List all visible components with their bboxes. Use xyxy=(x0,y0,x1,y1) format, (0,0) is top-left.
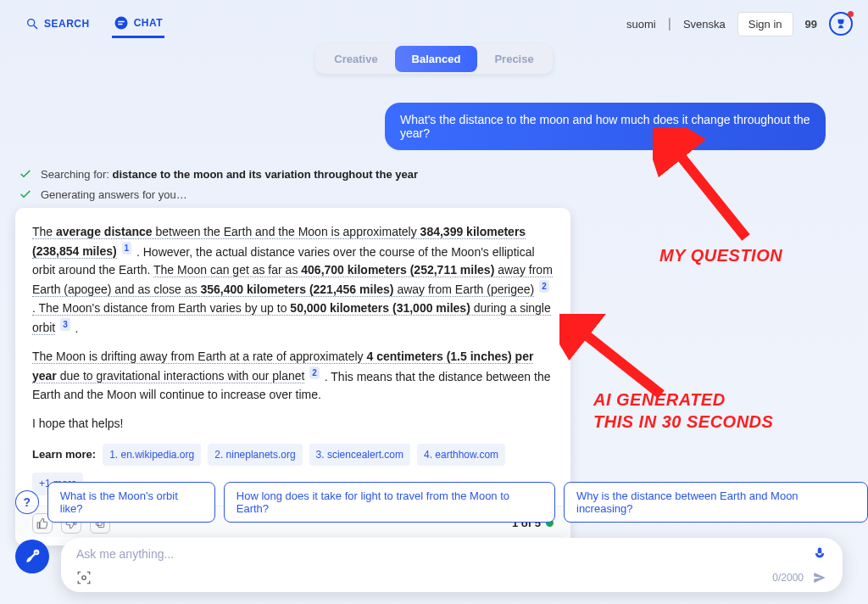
svg-point-9 xyxy=(82,576,86,580)
chat-icon xyxy=(114,15,129,31)
mode-balanced[interactable]: Balanced xyxy=(395,46,478,72)
search-icon xyxy=(25,17,39,31)
trophy-icon xyxy=(835,18,847,30)
svg-line-5 xyxy=(670,143,746,238)
tab-search-label: SEARCH xyxy=(44,18,90,30)
learn-more-label: Learn more: xyxy=(32,446,96,463)
lang-svenska[interactable]: Svenska xyxy=(683,18,726,31)
learn-link-1[interactable]: 1. en.wikipedia.org xyxy=(103,444,201,467)
mode-precise[interactable]: Precise xyxy=(477,46,550,72)
mic-icon[interactable] xyxy=(812,546,827,562)
rewards-button[interactable] xyxy=(829,12,853,36)
new-topic-button[interactable]: + xyxy=(15,540,49,573)
suggestion-2[interactable]: How long does it take for light to trave… xyxy=(224,482,555,523)
svg-point-2 xyxy=(114,16,127,29)
char-counter: 0/2000 xyxy=(772,572,804,584)
svg-line-1 xyxy=(34,25,37,29)
citation-1[interactable]: 1 xyxy=(122,242,132,255)
check-icon xyxy=(19,187,32,201)
suggestion-3[interactable]: Why is the distance between Earth and Mo… xyxy=(564,482,868,523)
learn-link-3[interactable]: 3. sciencealert.com xyxy=(309,444,410,467)
annotation-my-question: MY QUESTION xyxy=(659,246,782,266)
annotation-ai-generated-1: AI GENERATED xyxy=(593,390,726,410)
citation-2[interactable]: 2 xyxy=(539,280,549,294)
tab-search[interactable]: SEARCH xyxy=(24,12,92,36)
annotation-arrow-question xyxy=(653,127,771,246)
mode-selector: Creative Balanced Precise xyxy=(315,44,552,74)
tab-chat-label: CHAT xyxy=(134,17,163,29)
svg-line-6 xyxy=(572,324,661,394)
check-icon xyxy=(19,167,32,181)
reward-points: 99 xyxy=(805,18,817,31)
lang-separator: | xyxy=(668,16,671,31)
learn-link-4[interactable]: 4. earthhow.com xyxy=(417,444,505,467)
citation-2b[interactable]: 2 xyxy=(309,366,320,380)
image-search-icon[interactable] xyxy=(76,570,92,585)
citation-3[interactable]: 3 xyxy=(60,318,70,332)
annotation-ai-generated-2: THIS IN 30 SECONDS xyxy=(593,412,773,432)
learn-link-2[interactable]: 2. nineplanets.org xyxy=(208,444,302,467)
mode-creative[interactable]: Creative xyxy=(317,46,394,72)
broom-icon: + xyxy=(24,548,41,565)
chat-input[interactable] xyxy=(76,547,752,561)
signin-button[interactable]: Sign in xyxy=(737,12,793,36)
svg-point-0 xyxy=(28,20,35,26)
tab-chat[interactable]: CHAT xyxy=(112,10,164,38)
lang-suomi[interactable]: suomi xyxy=(626,18,656,31)
suggestion-1[interactable]: What is the Moon's orbit like? xyxy=(47,482,215,523)
svg-text:+: + xyxy=(35,550,38,556)
send-icon[interactable] xyxy=(812,570,827,585)
chat-input-box: 0/2000 xyxy=(61,538,843,592)
help-icon[interactable]: ? xyxy=(15,490,39,514)
